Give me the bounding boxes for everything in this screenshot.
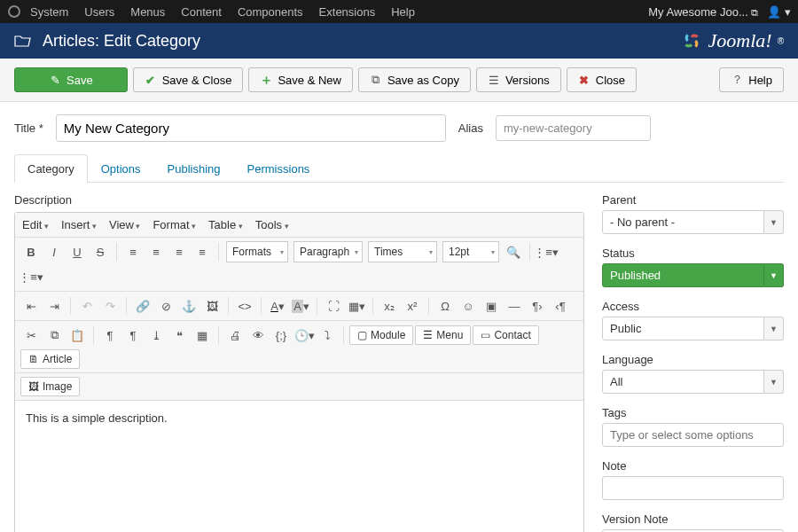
- redo-icon[interactable]: ↷: [99, 295, 121, 317]
- copy-tool-icon[interactable]: ⧉: [43, 325, 65, 346]
- note-input[interactable]: [602, 476, 784, 500]
- insert-article-button[interactable]: 🗎Article: [20, 349, 80, 369]
- title-input[interactable]: [56, 114, 446, 142]
- link-icon[interactable]: 🔗: [132, 295, 153, 317]
- formats-select[interactable]: Formats: [226, 241, 288, 262]
- language-select[interactable]: All▼: [602, 370, 784, 394]
- anchor-icon[interactable]: ⚓: [178, 295, 200, 317]
- access-select[interactable]: Public▼: [602, 317, 784, 340]
- parent-select[interactable]: - No parent -▼: [602, 210, 784, 234]
- page-header: Articles: Edit Category Joomla!®: [0, 23, 798, 59]
- bullet-list-icon[interactable]: ⋮≡▾: [536, 241, 557, 262]
- menu-tools[interactable]: Tools: [255, 218, 289, 231]
- action-toolbar: ✎Save ✔Save & Close ＋Save & New ⧉Save as…: [0, 59, 798, 102]
- alias-input[interactable]: [496, 115, 651, 141]
- emoji-icon[interactable]: ☺: [458, 295, 479, 317]
- preview-icon[interactable]: 👁: [247, 325, 269, 346]
- italic-icon[interactable]: I: [43, 241, 65, 262]
- tab-permissions[interactable]: Permissions: [234, 154, 324, 183]
- topmenu-content[interactable]: Content: [181, 5, 222, 19]
- site-name-link[interactable]: My Awesome Joo... ⧉: [648, 5, 758, 19]
- code-icon[interactable]: <>: [234, 295, 255, 317]
- bg-color-icon[interactable]: A▾: [290, 295, 311, 317]
- pagebreak-icon[interactable]: ⤵: [317, 325, 338, 346]
- table-icon[interactable]: ▦▾: [346, 295, 367, 317]
- blockquote-icon[interactable]: ❝: [168, 325, 190, 346]
- nonbreaking-icon[interactable]: ⤓: [145, 325, 167, 346]
- special-char-icon[interactable]: Ω: [434, 295, 456, 317]
- underline-icon[interactable]: U: [66, 241, 88, 262]
- menu-format[interactable]: Format: [153, 218, 196, 231]
- show-blocks-icon[interactable]: ¶: [99, 325, 121, 346]
- joomla-brand: Joomla!®: [680, 29, 784, 52]
- align-justify-icon[interactable]: ≡: [192, 241, 213, 262]
- undo-icon[interactable]: ↶: [76, 295, 98, 317]
- topmenu-system[interactable]: System: [30, 5, 68, 19]
- superscript-icon[interactable]: x²: [402, 295, 423, 317]
- fullscreen-icon[interactable]: ⛶: [323, 295, 344, 317]
- insertdatetime-icon[interactable]: 🕒▾: [293, 325, 315, 346]
- outdent-icon[interactable]: ⇤: [20, 295, 42, 317]
- insert-module-button[interactable]: ▢Module: [349, 325, 413, 345]
- insert-contact-button[interactable]: ▭Contact: [473, 325, 538, 345]
- paste-icon[interactable]: 📋: [66, 325, 88, 346]
- user-menu-icon[interactable]: 👤 ▾: [767, 5, 791, 19]
- svg-point-0: [9, 6, 20, 17]
- editor-toolbar-4: 🖼Image: [15, 373, 583, 401]
- save-close-button[interactable]: ✔Save & Close: [133, 67, 244, 92]
- print-icon[interactable]: 🖨: [224, 325, 246, 346]
- indent-icon[interactable]: ⇥: [43, 295, 65, 317]
- unlink-icon[interactable]: ⊘: [155, 295, 176, 317]
- save-copy-button[interactable]: ⧉Save as Copy: [358, 67, 471, 92]
- paragraph-select[interactable]: Paragraph: [293, 241, 363, 262]
- menu-view[interactable]: View: [109, 218, 140, 231]
- image-icon[interactable]: 🖼: [201, 295, 223, 317]
- topmenu-help[interactable]: Help: [391, 5, 415, 19]
- rtl-icon[interactable]: ‹¶: [550, 295, 571, 317]
- insert-menu-button[interactable]: ☰Menu: [415, 325, 471, 345]
- close-button[interactable]: ✖Close: [567, 67, 637, 92]
- tab-publishing[interactable]: Publishing: [154, 154, 234, 183]
- tab-category[interactable]: Category: [14, 154, 88, 183]
- number-list-icon[interactable]: ⋮≡▾: [20, 266, 42, 287]
- menu-edit[interactable]: Edit: [22, 218, 49, 231]
- align-right-icon[interactable]: ≡: [168, 241, 190, 262]
- codesample-icon[interactable]: {;}: [270, 325, 292, 346]
- topmenu-extensions[interactable]: Extensions: [319, 5, 376, 19]
- bold-icon[interactable]: B: [20, 241, 42, 262]
- subscript-icon[interactable]: x₂: [379, 295, 400, 317]
- help-button[interactable]: ？Help: [719, 67, 784, 92]
- status-label: Status: [602, 246, 784, 260]
- menu-insert[interactable]: Insert: [61, 218, 97, 231]
- status-select[interactable]: Published▼: [602, 263, 784, 287]
- ltr-icon[interactable]: ¶›: [527, 295, 548, 317]
- insert-image-button[interactable]: 🖼Image: [20, 377, 80, 396]
- fontsize-select[interactable]: 12pt: [442, 241, 499, 262]
- tab-options[interactable]: Options: [88, 154, 154, 183]
- save-button[interactable]: ✎Save: [14, 67, 128, 92]
- menu-table[interactable]: Table: [208, 218, 243, 231]
- form-tabs: Category Options Publishing Permissions: [14, 154, 784, 183]
- topmenu-components[interactable]: Components: [238, 5, 303, 19]
- wysiwyg-editor: Edit Insert View Format Table Tools B I …: [14, 212, 584, 532]
- template-icon[interactable]: ▦: [192, 325, 213, 346]
- find-icon[interactable]: 🔍: [503, 241, 524, 262]
- contact-card-icon: ▭: [481, 329, 490, 341]
- media-icon[interactable]: ▣: [481, 295, 502, 317]
- text-color-icon[interactable]: A▾: [267, 295, 288, 317]
- editor-content[interactable]: This is a simple description.: [15, 401, 583, 532]
- versions-button[interactable]: ☰Versions: [476, 67, 561, 92]
- save-new-button[interactable]: ＋Save & New: [248, 67, 353, 92]
- topmenu-users[interactable]: Users: [84, 5, 114, 19]
- align-left-icon[interactable]: ≡: [122, 241, 144, 262]
- cancel-icon: ✖: [578, 74, 591, 86]
- hr-icon[interactable]: —: [504, 295, 525, 317]
- font-select[interactable]: Times: [368, 241, 437, 262]
- cut-icon[interactable]: ✂: [20, 325, 42, 346]
- align-center-icon[interactable]: ≡: [145, 241, 167, 262]
- editor-toolbar-3: ✂ ⧉ 📋 ¶ ¶ ⤓ ❝ ▦ 🖨 👁 {;} 🕒▾ ⤵ ▢Mod: [15, 321, 583, 373]
- strike-icon[interactable]: S: [90, 241, 111, 262]
- topmenu-menus[interactable]: Menus: [130, 5, 165, 19]
- show-invis-icon[interactable]: ¶: [122, 325, 144, 346]
- tags-input[interactable]: [602, 423, 784, 447]
